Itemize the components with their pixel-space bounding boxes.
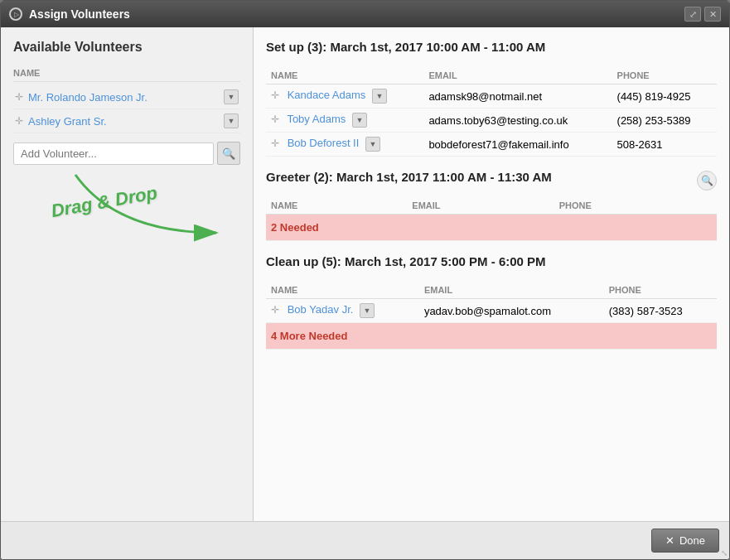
done-icon: ✕ xyxy=(665,534,674,547)
setup-table: NAME EMAIL PHONE ✛ Kandace Adams ▼ adams… xyxy=(266,67,717,157)
needed-label: 2 Needed xyxy=(266,215,717,241)
left-panel: Available Volunteers NAME ✛ Mr. Rolando … xyxy=(1,27,254,521)
volunteer-email: yadav.bob@spamalot.com xyxy=(419,299,604,323)
greeter-col-name: NAME xyxy=(266,197,407,215)
table-row: ✛ Kandace Adams ▼ adamsk98@notmail.net (… xyxy=(266,84,717,109)
cleanup-table: NAME EMAIL PHONE ✛ Bob Yadav Jr. ▼ yadav… xyxy=(266,282,717,350)
volunteer-phone: (258) 253-5389 xyxy=(612,109,717,133)
more-needed-label: 4 More Needed xyxy=(266,323,717,350)
move-handle-icon[interactable]: ✛ xyxy=(271,89,279,101)
done-label: Done xyxy=(679,534,705,547)
volunteer-row: ✛ Mr. Rolando Jameson Jr. ▼ xyxy=(13,85,240,109)
volunteer-name-link[interactable]: Ashley Grant Sr. xyxy=(28,115,224,128)
drag-drop-arrow xyxy=(51,167,233,274)
more-needed-row: 4 More Needed xyxy=(266,323,717,350)
move-handle-icon[interactable]: ✛ xyxy=(15,115,23,127)
resize-handle[interactable]: ⤡ xyxy=(721,548,728,558)
table-row: ✛ Bob Yadav Jr. ▼ yadav.bob@spamalot.com… xyxy=(266,299,717,323)
volunteer-phone: (445) 819-4925 xyxy=(612,84,717,109)
left-col-name-header: NAME xyxy=(13,65,240,82)
search-button[interactable]: 🔍 xyxy=(217,142,240,165)
volunteer-name-link[interactable]: Bob Yadav Jr. xyxy=(288,303,354,316)
done-button[interactable]: ✕ Done xyxy=(651,529,719,553)
volunteer-dropdown-1[interactable]: ▼ xyxy=(224,113,239,128)
table-row: ✛ Toby Adams ▼ adams.toby63@testing.co.u… xyxy=(266,109,717,133)
table-row: ✛ Bob Deforest II ▼ bobdeforest71@fakema… xyxy=(266,133,717,157)
volunteer-name-link[interactable]: Mr. Rolando Jameson Jr. xyxy=(28,91,224,104)
needed-row: 2 Needed xyxy=(266,215,717,241)
volunteer-email: bobdeforest71@fakemail.info xyxy=(423,133,612,157)
move-handle-icon[interactable]: ✛ xyxy=(271,113,279,125)
cleanup-section-title: Clean up (5): March 1st, 2017 5:00 PM - … xyxy=(266,254,546,268)
dialog-title: Assign Volunteers xyxy=(29,7,130,21)
dialog-body: Available Volunteers NAME ✛ Mr. Rolando … xyxy=(1,27,729,521)
setup-col-email: EMAIL xyxy=(423,67,612,84)
volunteer-dropdown-0[interactable]: ▼ xyxy=(224,89,239,104)
assign-volunteers-dialog: Assign Volunteers ⤢ ✕ Available Voluntee… xyxy=(0,0,730,560)
close-button[interactable]: ✕ xyxy=(704,7,721,22)
greeter-search-button[interactable]: 🔍 xyxy=(697,171,717,191)
cleanup-section-header: Clean up (5): March 1st, 2017 5:00 PM - … xyxy=(266,254,717,275)
volunteer-phone: (383) 587-3523 xyxy=(604,299,717,323)
setup-section-title: Set up (3): March 1st, 2017 10:00 AM - 1… xyxy=(266,40,545,54)
move-handle-icon[interactable]: ✛ xyxy=(271,138,279,149)
title-bar: Assign Volunteers ⤢ ✕ xyxy=(1,1,729,27)
maximize-button[interactable]: ⤢ xyxy=(684,7,701,22)
left-panel-title: Available Volunteers xyxy=(13,40,240,55)
volunteer-email: adamsk98@notmail.net xyxy=(423,84,612,109)
setup-col-name: NAME xyxy=(266,67,423,84)
volunteer-dropdown[interactable]: ▼ xyxy=(352,113,367,128)
volunteer-phone: 508-2631 xyxy=(612,133,717,157)
volunteer-dropdown[interactable]: ▼ xyxy=(360,303,375,318)
volunteer-name-link[interactable]: Bob Deforest II xyxy=(288,137,360,149)
volunteer-row: ✛ Ashley Grant Sr. ▼ xyxy=(13,109,240,133)
move-handle-icon[interactable]: ✛ xyxy=(15,91,23,103)
greeter-section-header: Greeter (2): March 1st, 2017 11:00 AM - … xyxy=(266,170,717,191)
title-left: Assign Volunteers xyxy=(9,7,130,21)
greeter-col-email: EMAIL xyxy=(407,197,554,215)
volunteer-dropdown[interactable]: ▼ xyxy=(372,89,387,104)
add-volunteer-row: 🔍 xyxy=(13,142,240,165)
setup-col-phone: PHONE xyxy=(612,67,717,84)
drag-drop-overlay: Drag & Drop xyxy=(51,167,158,213)
setup-section-header: Set up (3): March 1st, 2017 10:00 AM - 1… xyxy=(266,40,717,60)
title-buttons: ⤢ ✕ xyxy=(684,7,721,22)
volunteer-name-link[interactable]: Toby Adams xyxy=(287,113,346,125)
right-panel: Set up (3): March 1st, 2017 10:00 AM - 1… xyxy=(254,27,729,521)
volunteer-name-link[interactable]: Kandace Adams xyxy=(288,89,366,101)
greeter-section-title: Greeter (2): March 1st, 2017 11:00 AM - … xyxy=(266,170,552,184)
volunteer-dropdown[interactable]: ▼ xyxy=(365,137,380,152)
add-volunteer-input[interactable] xyxy=(13,142,214,165)
drag-drop-text: Drag & Drop xyxy=(50,182,159,222)
greeter-col-phone: PHONE xyxy=(554,197,717,215)
cleanup-col-phone: PHONE xyxy=(604,282,717,299)
volunteer-email: adams.toby63@testing.co.uk xyxy=(423,109,612,133)
cleanup-col-name: NAME xyxy=(266,282,419,299)
dialog-icon xyxy=(9,7,22,21)
dialog-footer: ✕ Done xyxy=(1,521,729,559)
cleanup-col-email: EMAIL xyxy=(419,282,604,299)
move-handle-icon[interactable]: ✛ xyxy=(271,304,279,316)
greeter-table: NAME EMAIL PHONE 2 Needed xyxy=(266,197,717,241)
